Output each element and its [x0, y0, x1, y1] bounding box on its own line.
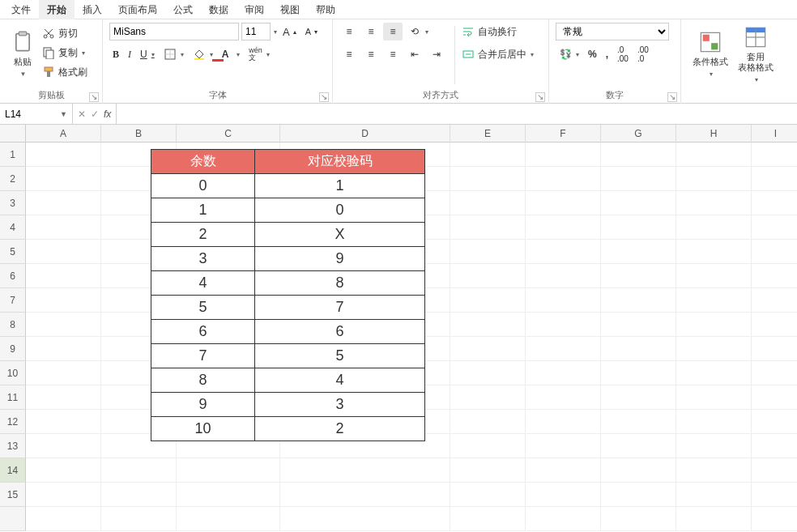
menu-item-0[interactable]: 文件: [3, 0, 39, 19]
align-left-button[interactable]: ≡: [339, 45, 359, 63]
table-cell[interactable]: 9: [151, 393, 255, 417]
cell[interactable]: [676, 264, 752, 288]
currency-button[interactable]: 💱▾: [556, 45, 582, 63]
font-name-combo[interactable]: [109, 23, 239, 40]
menu-item-4[interactable]: 公式: [165, 0, 201, 19]
cell[interactable]: [450, 264, 526, 288]
cell[interactable]: [752, 337, 797, 361]
cell[interactable]: [601, 507, 676, 531]
cell[interactable]: [676, 361, 752, 385]
cell[interactable]: [676, 507, 752, 531]
cell[interactable]: [752, 434, 797, 458]
cell[interactable]: [676, 313, 752, 337]
cell[interactable]: [26, 385, 101, 410]
cell[interactable]: [752, 167, 797, 191]
cell[interactable]: [26, 361, 101, 385]
row-header[interactable]: 9: [0, 337, 26, 361]
cell[interactable]: [177, 507, 280, 531]
cell[interactable]: [676, 215, 752, 240]
row-header[interactable]: 13: [0, 434, 26, 458]
cell[interactable]: [526, 337, 601, 361]
cell[interactable]: [601, 458, 676, 483]
cell[interactable]: [752, 191, 797, 215]
table-cell[interactable]: 4: [255, 368, 425, 393]
accept-formula-button[interactable]: ✓: [91, 109, 99, 120]
menu-item-6[interactable]: 审阅: [237, 0, 272, 19]
comma-button[interactable]: ,: [603, 45, 612, 63]
table-cell[interactable]: 6: [255, 320, 425, 344]
table-cell[interactable]: 8: [255, 271, 425, 296]
column-header[interactable]: A: [26, 125, 101, 143]
row-header[interactable]: 8: [0, 313, 26, 337]
row-header[interactable]: 1: [0, 143, 26, 167]
cell[interactable]: [526, 264, 601, 288]
row-header[interactable]: 5: [0, 240, 26, 264]
table-cell[interactable]: 9: [255, 247, 425, 271]
cell[interactable]: [177, 458, 280, 483]
table-cell[interactable]: 0: [255, 198, 425, 223]
cell[interactable]: [26, 288, 101, 313]
cell[interactable]: [676, 143, 752, 167]
cell[interactable]: [526, 240, 601, 264]
cell[interactable]: [601, 288, 676, 313]
merge-center-button[interactable]: 合并后居中 ▾: [458, 45, 537, 63]
cell[interactable]: [526, 483, 601, 507]
increase-decimal-button[interactable]: .0.00: [614, 45, 632, 63]
cell[interactable]: [752, 385, 797, 410]
cell[interactable]: [26, 458, 101, 483]
table-cell[interactable]: 8: [151, 368, 255, 393]
column-header[interactable]: H: [676, 125, 752, 143]
cell[interactable]: [752, 264, 797, 288]
cell[interactable]: [26, 313, 101, 337]
table-cell[interactable]: 2: [255, 417, 425, 441]
cell[interactable]: [601, 313, 676, 337]
row-header[interactable]: [0, 507, 26, 531]
row-header[interactable]: 7: [0, 288, 26, 313]
copy-button[interactable]: 复制 ▾: [39, 44, 91, 62]
border-button[interactable]: ▾: [160, 45, 187, 63]
cell[interactable]: [526, 191, 601, 215]
cell[interactable]: [676, 410, 752, 434]
row-header[interactable]: 11: [0, 385, 26, 410]
table-cell[interactable]: 10: [151, 417, 255, 441]
bold-button[interactable]: B: [109, 45, 122, 63]
cell[interactable]: [26, 507, 101, 531]
cell[interactable]: [26, 215, 101, 240]
cell[interactable]: [450, 167, 526, 191]
fx-button[interactable]: fx: [104, 109, 111, 120]
cell[interactable]: [601, 385, 676, 410]
cell[interactable]: [601, 337, 676, 361]
table-cell[interactable]: 1: [151, 198, 255, 223]
cell[interactable]: [752, 410, 797, 434]
table-header-cell[interactable]: 余数: [151, 150, 255, 174]
table-cell[interactable]: 1: [255, 174, 425, 198]
align-right-button[interactable]: ≡: [383, 45, 403, 63]
cell[interactable]: [450, 313, 526, 337]
decrease-decimal-button[interactable]: .00.0: [634, 45, 652, 63]
cell[interactable]: [280, 483, 450, 507]
cell[interactable]: [450, 507, 526, 531]
cell[interactable]: [676, 288, 752, 313]
font-size-combo[interactable]: [241, 23, 271, 40]
menu-item-2[interactable]: 插入: [75, 0, 110, 19]
cell[interactable]: [26, 240, 101, 264]
align-bottom-button[interactable]: ≡: [383, 23, 403, 40]
row-header[interactable]: 15: [0, 483, 26, 507]
cell[interactable]: [601, 434, 676, 458]
cell[interactable]: [26, 143, 101, 167]
format-as-table-button[interactable]: 套用 表格格式 ▾: [733, 23, 778, 86]
cell[interactable]: [26, 483, 101, 507]
cell[interactable]: [177, 483, 280, 507]
cell[interactable]: [526, 385, 601, 410]
row-header[interactable]: 6: [0, 264, 26, 288]
cell[interactable]: [450, 410, 526, 434]
cell[interactable]: [526, 288, 601, 313]
cell[interactable]: [526, 507, 601, 531]
row-header[interactable]: 3: [0, 191, 26, 215]
table-cell[interactable]: 7: [255, 296, 425, 320]
dialog-launcher-icon[interactable]: ↘: [667, 92, 677, 102]
format-painter-button[interactable]: 格式刷: [39, 63, 91, 81]
cell[interactable]: [601, 167, 676, 191]
cell[interactable]: [676, 385, 752, 410]
phonetic-button[interactable]: wén文▾: [245, 45, 273, 63]
